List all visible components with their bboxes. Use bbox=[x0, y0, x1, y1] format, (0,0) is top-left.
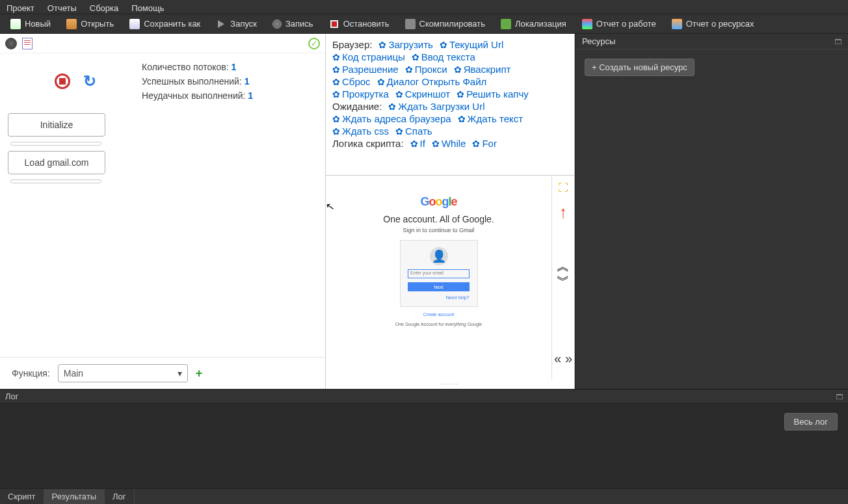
menu-build[interactable]: Сборка bbox=[83, 1, 126, 12]
compile-icon bbox=[405, 19, 416, 29]
tab-results[interactable]: Результаты bbox=[44, 489, 105, 504]
cmd-open-file-dialog[interactable]: ✿Диалог Открыть Файл bbox=[377, 76, 487, 87]
avatar-icon: 👤 bbox=[430, 247, 448, 265]
maximize-icon[interactable]: 🗖 bbox=[834, 38, 841, 46]
browser-preview: ↖ Google One account. All of Google. Sig… bbox=[326, 176, 574, 379]
cmd-solve-captcha[interactable]: ✿Решить капчу bbox=[457, 88, 529, 99]
tab-script[interactable]: Скрипт bbox=[0, 489, 44, 504]
fullscreen-icon[interactable]: ⛶ bbox=[558, 182, 568, 194]
google-subtitle: Sign in to continue to Gmail bbox=[403, 227, 474, 233]
google-title: One account. All of Google. bbox=[383, 214, 494, 224]
resource-report-button[interactable]: Отчет о ресурсах bbox=[665, 16, 761, 32]
reload-icon[interactable]: ↻ bbox=[83, 72, 96, 90]
cursor-icon: ↖ bbox=[325, 200, 335, 213]
next-button[interactable]: Next bbox=[408, 282, 470, 291]
load-gmail-button[interactable]: Load gmail.com bbox=[8, 151, 105, 174]
compile-button[interactable]: Скомпилировать bbox=[399, 16, 492, 32]
email-field[interactable]: Enter your email bbox=[408, 269, 470, 278]
cmd-proxy[interactable]: ✿Прокси bbox=[405, 64, 447, 75]
nav-fwd-icon[interactable]: » bbox=[565, 351, 572, 366]
run-button[interactable]: Запуск bbox=[209, 16, 263, 32]
cmd-for[interactable]: ✿For bbox=[472, 138, 497, 149]
new-icon bbox=[10, 19, 21, 29]
resize-handle[interactable]: ······ bbox=[326, 379, 574, 389]
cmd-sleep[interactable]: ✿Спать bbox=[395, 126, 432, 137]
cmd-wait-address[interactable]: ✿Ждать адреса браузера bbox=[332, 113, 451, 124]
command-list[interactable]: Браузер: ✿Загрузить ✿Текущий Url ✿Код ст… bbox=[326, 34, 574, 176]
cmd-type-text[interactable]: ✿Ввод текста bbox=[412, 51, 475, 62]
cmd-load[interactable]: ✿Загрузить bbox=[378, 39, 433, 50]
cmd-scroll[interactable]: ✿Прокрутка bbox=[332, 88, 389, 99]
cmd-wait-text[interactable]: ✿Ждать текст bbox=[458, 113, 523, 124]
menu-help[interactable]: Помощь bbox=[125, 1, 170, 12]
play-icon bbox=[216, 19, 226, 29]
add-function-button[interactable]: + bbox=[196, 367, 203, 380]
function-select[interactable]: Main▾ bbox=[58, 364, 188, 382]
resources-panel: Ресурсы 🗖 + Создать новый ресурс bbox=[575, 34, 848, 389]
stats-block: Количество потоков: 1 Успешных выполнени… bbox=[142, 60, 253, 103]
need-help-link[interactable]: Need help? bbox=[446, 295, 470, 300]
work-report-icon bbox=[582, 19, 592, 29]
divider bbox=[10, 179, 101, 183]
work-report-button[interactable]: Отчет о работе bbox=[576, 16, 663, 32]
maximize-log-icon[interactable]: 🗖 bbox=[836, 393, 843, 401]
commands-panel: Браузер: ✿Загрузить ✿Текущий Url ✿Код ст… bbox=[326, 34, 575, 389]
nav-back-icon[interactable]: « bbox=[554, 351, 561, 366]
scroll-down-icon[interactable]: ︾ bbox=[557, 276, 570, 285]
cmd-while[interactable]: ✿While bbox=[432, 138, 466, 149]
resource-report-icon bbox=[672, 19, 682, 29]
cmd-wait-url-load[interactable]: ✿Ждать Загрузки Url bbox=[388, 101, 484, 112]
cmd-current-url[interactable]: ✿Текущий Url bbox=[440, 39, 503, 50]
log-body: Весь лог bbox=[0, 404, 848, 488]
create-resource-button[interactable]: + Создать новый ресурс bbox=[585, 59, 695, 76]
localize-button[interactable]: Локализация bbox=[494, 16, 573, 32]
open-button[interactable]: Открыть bbox=[60, 16, 120, 32]
chevron-down-icon: ▾ bbox=[178, 368, 182, 378]
initialize-button[interactable]: Initialize bbox=[8, 113, 105, 137]
save-icon bbox=[129, 19, 140, 29]
saveas-button[interactable]: Сохранить как bbox=[123, 16, 207, 32]
status-ok-icon: ✓ bbox=[308, 38, 320, 49]
google-footer: One Google Account for everything Google bbox=[395, 322, 482, 326]
cmd-page-source[interactable]: ✿Код страницы bbox=[332, 51, 405, 62]
script-panel: ✓ ↻ Количество потоков: 1 Успешных выпол… bbox=[0, 34, 326, 389]
record-button[interactable]: Запись bbox=[266, 16, 320, 31]
localize-icon bbox=[501, 19, 511, 29]
cmd-javascript[interactable]: ✿Яваскрипт bbox=[454, 64, 511, 75]
stop-button[interactable]: Остановить bbox=[323, 16, 396, 32]
create-account-link[interactable]: Create account bbox=[423, 312, 454, 317]
toolbar: Новый Открыть Сохранить как Запуск Запис… bbox=[0, 14, 848, 34]
up-arrow-icon[interactable]: ↑ bbox=[559, 199, 568, 225]
bug-icon[interactable] bbox=[5, 38, 17, 49]
signin-card: 👤 Enter your email Next Need help? bbox=[400, 240, 478, 307]
menu-reports[interactable]: Отчеты bbox=[41, 1, 83, 12]
function-label: Функция: bbox=[12, 368, 50, 378]
scroll-up-icon[interactable]: ︽ bbox=[557, 261, 570, 271]
resources-title: Ресурсы bbox=[582, 36, 615, 46]
all-log-button[interactable]: Весь лог bbox=[784, 413, 838, 431]
wait-section-label: Ожидание: bbox=[332, 101, 382, 112]
tab-log[interactable]: Лог bbox=[105, 489, 135, 504]
stop-icon bbox=[329, 19, 339, 29]
open-icon bbox=[66, 19, 77, 29]
stop-run-icon[interactable] bbox=[55, 73, 70, 89]
google-logo: Google bbox=[420, 195, 457, 209]
logic-section-label: Логика скрипта: bbox=[332, 138, 404, 149]
browser-nav-strip: ⛶ ↑ ︽ ︾ « » bbox=[551, 176, 574, 379]
cmd-screenshot[interactable]: ✿Скриншот bbox=[395, 88, 450, 99]
cmd-reset[interactable]: ✿Сброс bbox=[332, 76, 371, 87]
record-icon bbox=[272, 20, 282, 29]
cmd-if[interactable]: ✿If bbox=[410, 138, 425, 149]
log-title: Лог bbox=[5, 391, 19, 401]
doc-icon[interactable] bbox=[22, 38, 33, 49]
menubar: Проект Отчеты Сборка Помощь bbox=[0, 0, 848, 14]
browser-section-label: Браузер: bbox=[332, 39, 372, 50]
bottom-tabs: Скрипт Результаты Лог bbox=[0, 488, 848, 504]
cmd-wait-css[interactable]: ✿Ждать css bbox=[332, 126, 389, 137]
menu-project[interactable]: Проект bbox=[0, 1, 41, 12]
cmd-resolution[interactable]: ✿Разрешение bbox=[332, 64, 399, 75]
new-button[interactable]: Новый bbox=[4, 16, 57, 32]
